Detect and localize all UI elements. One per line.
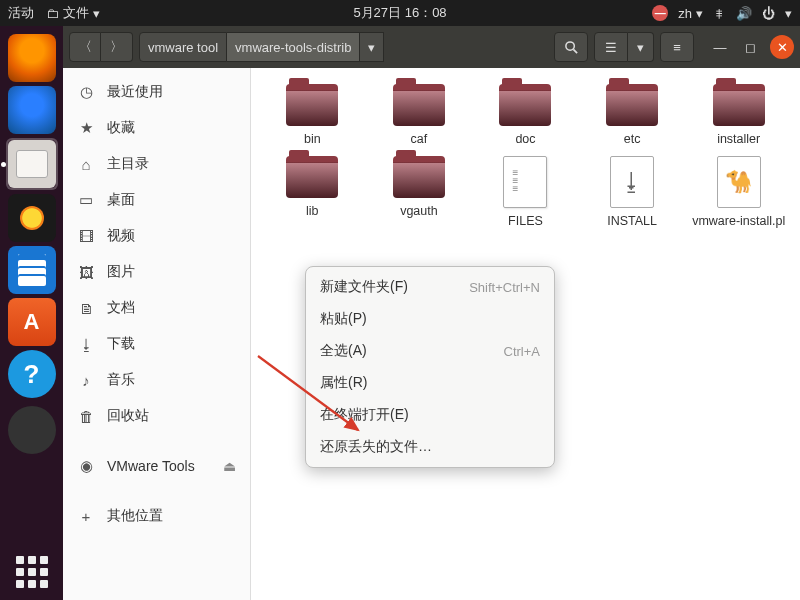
plus-icon: + — [77, 508, 95, 525]
disc-icon: ◉ — [77, 457, 95, 475]
document-icon: 🗎 — [77, 300, 95, 317]
file-vmware-install[interactable]: 🐪vmware-install.pl — [687, 156, 790, 228]
dock-thunderbird[interactable] — [8, 86, 56, 134]
home-icon: ⌂ — [77, 156, 95, 173]
sidebar-recent[interactable]: ◷最近使用 — [63, 74, 250, 110]
view-dropdown[interactable]: ▾ — [628, 32, 654, 62]
notification-error-icon[interactable]: ― — [652, 5, 668, 21]
folder-icon — [393, 156, 445, 198]
svg-point-0 — [565, 41, 573, 49]
sidebar-documents[interactable]: 🗎文档 — [63, 290, 250, 326]
folder-icon — [713, 84, 765, 126]
search-icon — [564, 40, 579, 55]
folder-bin[interactable]: bin — [261, 84, 364, 146]
folder-icon — [286, 84, 338, 126]
path-dropdown[interactable]: ▾ — [360, 32, 384, 62]
dock-help[interactable] — [8, 350, 56, 398]
window-close[interactable]: ✕ — [770, 35, 794, 59]
eject-icon[interactable]: ⏏ — [223, 458, 236, 474]
network-icon[interactable]: ⯒ — [713, 6, 726, 21]
folder-lib[interactable]: lib — [261, 156, 364, 228]
search-button[interactable] — [554, 32, 588, 62]
sidebar-trash[interactable]: 🗑回收站 — [63, 398, 250, 434]
ctx-paste[interactable]: 粘贴(P) — [306, 303, 554, 335]
folder-icon: 🗀 — [46, 6, 59, 21]
sidebar-music[interactable]: ♪音乐 — [63, 362, 250, 398]
dock-libreoffice-writer[interactable] — [8, 246, 56, 294]
volume-icon[interactable]: 🔊 — [736, 6, 752, 21]
dock-unknown[interactable] — [8, 406, 56, 454]
window-minimize[interactable]: — — [710, 37, 730, 57]
folder-installer[interactable]: installer — [687, 84, 790, 146]
ctx-select-all[interactable]: 全选(A)Ctrl+A — [306, 335, 554, 367]
context-menu: 新建文件夹(F)Shift+Ctrl+N 粘贴(P) 全选(A)Ctrl+A 属… — [305, 266, 555, 468]
ctx-properties[interactable]: 属性(R) — [306, 367, 554, 399]
textfile-icon — [503, 156, 547, 208]
nav-back-button[interactable]: 〈 — [69, 32, 101, 62]
folder-icon — [393, 84, 445, 126]
music-icon: ♪ — [77, 372, 95, 389]
app-menu[interactable]: 🗀 文件 ▾ — [46, 4, 100, 22]
nav-forward-button[interactable]: 〉 — [101, 32, 133, 62]
dock — [0, 26, 63, 600]
file-INSTALL[interactable]: INSTALL — [581, 156, 684, 228]
chevron-down-icon: ▾ — [696, 6, 703, 21]
clock[interactable]: 5月27日 16：08 — [353, 4, 446, 22]
activities-button[interactable]: 活动 — [8, 4, 34, 22]
folder-icon — [606, 84, 658, 126]
chevron-down-icon: ▾ — [93, 6, 100, 21]
dock-files-active[interactable] — [6, 138, 58, 190]
file-FILES[interactable]: FILES — [474, 156, 577, 228]
sidebar: ◷最近使用 ★收藏 ⌂主目录 ▭桌面 🎞视频 🖼图片 🗎文档 ⭳下载 ♪音乐 🗑… — [63, 68, 251, 600]
power-icon[interactable]: ⏻ — [762, 6, 775, 21]
desktop-icon: ▭ — [77, 191, 95, 209]
dock-show-applications[interactable] — [16, 556, 48, 588]
download-icon: ⭳ — [77, 336, 95, 353]
trash-icon: 🗑 — [77, 408, 95, 425]
dock-rhythmbox[interactable] — [8, 194, 56, 242]
sidebar-downloads[interactable]: ⭳下载 — [63, 326, 250, 362]
chevron-down-icon: ▾ — [785, 6, 792, 21]
ime-indicator[interactable]: zh▾ — [678, 6, 703, 21]
path-segment-1[interactable]: vmware tool — [139, 32, 227, 62]
sidebar-pictures[interactable]: 🖼图片 — [63, 254, 250, 290]
dock-firefox[interactable] — [8, 34, 56, 82]
folder-doc[interactable]: doc — [474, 84, 577, 146]
sidebar-other-locations[interactable]: +其他位置 — [63, 498, 250, 534]
sidebar-starred[interactable]: ★收藏 — [63, 110, 250, 146]
sidebar-desktop[interactable]: ▭桌面 — [63, 182, 250, 218]
ctx-new-folder[interactable]: 新建文件夹(F)Shift+Ctrl+N — [306, 271, 554, 303]
video-icon: 🎞 — [77, 228, 95, 245]
folder-vgauth[interactable]: vgauth — [368, 156, 471, 228]
svg-line-1 — [573, 49, 577, 53]
folder-icon — [499, 84, 551, 126]
ctx-restore-missing[interactable]: 还原丢失的文件… — [306, 431, 554, 463]
path-segment-2[interactable]: vmware-tools-distrib — [227, 32, 360, 62]
hamburger-menu[interactable]: ≡ — [660, 32, 694, 62]
headerbar: 〈 〉 vmware tool vmware-tools-distrib ▾ ☰… — [63, 26, 800, 68]
folder-icon — [286, 156, 338, 198]
perl-script-icon: 🐪 — [717, 156, 761, 208]
window-maximize[interactable]: ◻ — [740, 37, 760, 57]
sidebar-home[interactable]: ⌂主目录 — [63, 146, 250, 182]
install-icon — [610, 156, 654, 208]
clock-icon: ◷ — [77, 83, 95, 101]
picture-icon: 🖼 — [77, 264, 95, 281]
folder-etc[interactable]: etc — [581, 84, 684, 146]
star-icon: ★ — [77, 119, 95, 137]
view-list-button[interactable]: ☰ — [594, 32, 628, 62]
sidebar-videos[interactable]: 🎞视频 — [63, 218, 250, 254]
ctx-open-terminal[interactable]: 在终端打开(E) — [306, 399, 554, 431]
sidebar-vmware-tools[interactable]: ◉VMware Tools⏏ — [63, 448, 250, 484]
dock-ubuntu-software[interactable] — [8, 298, 56, 346]
folder-caf[interactable]: caf — [368, 84, 471, 146]
